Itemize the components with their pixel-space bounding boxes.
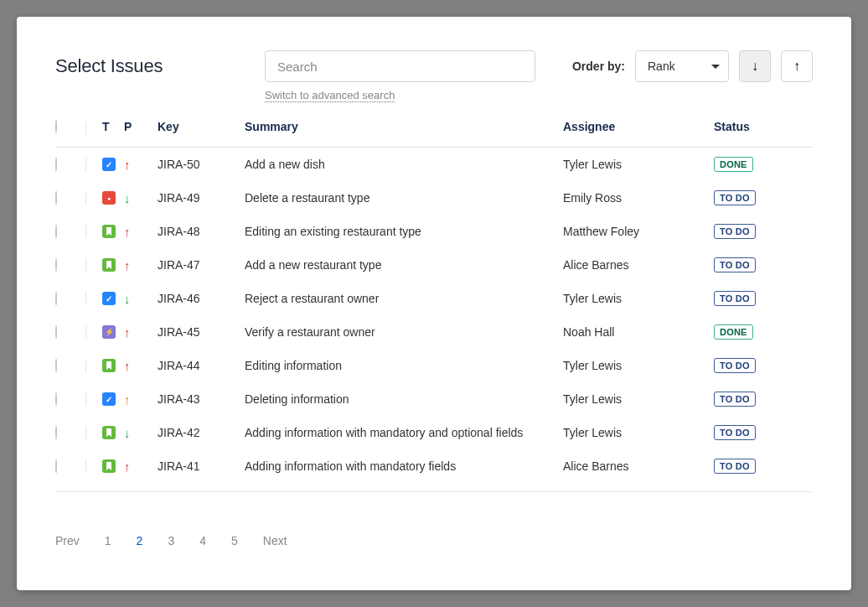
pagination: Prev 12345 Next — [55, 534, 813, 547]
issue-summary: Adding information with mandatory fields — [245, 459, 563, 473]
issue-type-task-icon — [102, 392, 116, 406]
priority-low-icon: ↓ — [124, 426, 131, 440]
issue-key: JIRA-44 — [158, 359, 245, 372]
issue-key: JIRA-47 — [158, 258, 245, 272]
table-row[interactable]: ↑JIRA-43Deleting informationTyler LewisT… — [55, 382, 813, 416]
priority-high-icon: ↑ — [124, 225, 131, 239]
issue-type-bug-icon — [102, 191, 116, 205]
table-row[interactable]: ↑JIRA-48Editing an existing restaurant t… — [55, 215, 813, 248]
issue-summary: Deleting information — [245, 392, 563, 406]
issue-summary: Adding information with mandatory and op… — [245, 426, 563, 439]
priority-low-icon: ↓ — [124, 292, 131, 306]
priority-high-icon: ↑ — [124, 459, 131, 474]
row-radio[interactable] — [55, 358, 57, 373]
pagination-prev[interactable]: Prev — [55, 534, 80, 547]
pagination-page-4[interactable]: 4 — [199, 534, 206, 547]
issue-type-epic-icon — [102, 325, 116, 339]
search-input[interactable] — [265, 50, 535, 82]
advanced-search-link[interactable]: Switch to advanced search — [265, 89, 395, 101]
issue-assignee: Tyler Lewis — [563, 392, 714, 406]
issue-key: JIRA-48 — [158, 225, 245, 238]
status-badge: TO DO — [714, 224, 756, 239]
pagination-page-5[interactable]: 5 — [231, 534, 238, 547]
col-key: Key — [158, 120, 245, 133]
col-summary: Summary — [245, 120, 563, 133]
issue-type-story-icon — [102, 359, 116, 372]
page-title: Select Issues — [55, 50, 248, 77]
pagination-page-3[interactable]: 3 — [168, 534, 174, 547]
row-radio[interactable] — [55, 157, 57, 172]
row-radio[interactable] — [55, 291, 57, 306]
status-badge: TO DO — [714, 358, 756, 373]
table-row[interactable]: ↓JIRA-46Reject a restaurant ownerTyler L… — [55, 282, 813, 315]
row-radio[interactable] — [55, 459, 57, 474]
row-radio[interactable] — [55, 425, 57, 440]
priority-high-icon: ↑ — [124, 158, 131, 172]
order-by-label: Order by: — [572, 60, 625, 73]
issue-summary: Delete a restaurant type — [245, 191, 563, 205]
issue-assignee: Tyler Lewis — [563, 359, 714, 372]
sort-asc-button[interactable]: ↑ — [781, 50, 813, 82]
search-wrap: Switch to advanced search — [265, 50, 535, 101]
table-row[interactable]: ↑JIRA-41Adding information with mandator… — [55, 449, 813, 483]
priority-med-icon: ↑ — [124, 392, 131, 407]
issue-type-story-icon — [102, 459, 116, 473]
priority-high-icon: ↑ — [124, 258, 131, 272]
issues-table: T P Key Summary Assignee Status ↑JIRA-50… — [55, 120, 813, 492]
row-radio[interactable] — [55, 257, 57, 272]
select-issues-panel: Select Issues Switch to advanced search … — [17, 17, 851, 590]
col-assignee: Assignee — [563, 120, 714, 133]
issue-assignee: Alice Barnes — [563, 459, 714, 473]
col-priority: P — [124, 120, 158, 133]
status-badge: TO DO — [714, 392, 756, 407]
arrow-up-icon: ↑ — [793, 59, 800, 74]
table-row[interactable]: ↑JIRA-45Verify a restaurant ownerNoah Ha… — [55, 315, 813, 349]
sort-desc-button[interactable]: ↓ — [739, 50, 771, 82]
order-by-value: Rank — [648, 60, 675, 73]
issue-summary: Verify a restaurant owner — [245, 325, 563, 339]
arrow-down-icon: ↓ — [752, 59, 758, 74]
issue-type-task-icon — [102, 292, 116, 305]
chevron-down-icon — [711, 65, 720, 69]
issue-key: JIRA-49 — [158, 191, 245, 205]
issue-assignee: Tyler Lewis — [563, 426, 714, 439]
table-body: ↑JIRA-50Add a new dishTyler LewisDONE↓JI… — [55, 148, 813, 483]
col-type: T — [90, 120, 124, 133]
order-by-select[interactable]: Rank — [635, 50, 729, 82]
order-by-group: Order by: Rank ↓ ↑ — [572, 50, 813, 82]
issue-summary: Editing an existing restaurant type — [245, 225, 563, 238]
issue-summary: Reject a restaurant owner — [245, 292, 563, 305]
issue-key: JIRA-43 — [158, 392, 245, 406]
table-row[interactable]: ↓JIRA-42Adding information with mandator… — [55, 416, 813, 449]
issue-assignee: Alice Barnes — [563, 258, 714, 272]
col-status: Status — [714, 120, 801, 133]
issue-key: JIRA-46 — [158, 292, 245, 305]
issue-key: JIRA-45 — [158, 325, 245, 339]
table-header: T P Key Summary Assignee Status — [55, 120, 813, 148]
row-radio[interactable] — [55, 392, 57, 407]
issue-type-story-icon — [102, 426, 116, 439]
priority-high-icon: ↑ — [124, 359, 131, 373]
pagination-page-2[interactable]: 2 — [137, 534, 143, 547]
pagination-next[interactable]: Next — [263, 534, 287, 547]
table-row[interactable]: ↑JIRA-47Add a new restaurant typeAlice B… — [55, 248, 813, 282]
status-badge: TO DO — [714, 425, 756, 440]
table-row[interactable]: ↑JIRA-50Add a new dishTyler LewisDONE — [55, 148, 813, 181]
table-row[interactable]: ↑JIRA-44Editing informationTyler LewisTO… — [55, 349, 813, 382]
row-radio[interactable] — [55, 324, 57, 340]
topbar: Select Issues Switch to advanced search … — [55, 50, 813, 101]
status-badge: DONE — [714, 324, 753, 340]
issue-summary: Add a new restaurant type — [245, 258, 563, 272]
priority-high-icon: ↑ — [124, 325, 131, 340]
issue-type-story-icon — [102, 258, 116, 272]
row-radio[interactable] — [55, 224, 57, 239]
status-badge: TO DO — [714, 291, 756, 306]
status-badge: TO DO — [714, 459, 756, 474]
row-radio[interactable] — [55, 190, 57, 205]
select-all-radio[interactable] — [55, 119, 57, 134]
issue-assignee: Tyler Lewis — [563, 292, 714, 305]
table-row[interactable]: ↓JIRA-49Delete a restaurant typeEmily Ro… — [55, 181, 813, 215]
pagination-page-1[interactable]: 1 — [105, 534, 111, 547]
status-badge: TO DO — [714, 190, 756, 205]
issue-type-story-icon — [102, 225, 116, 238]
